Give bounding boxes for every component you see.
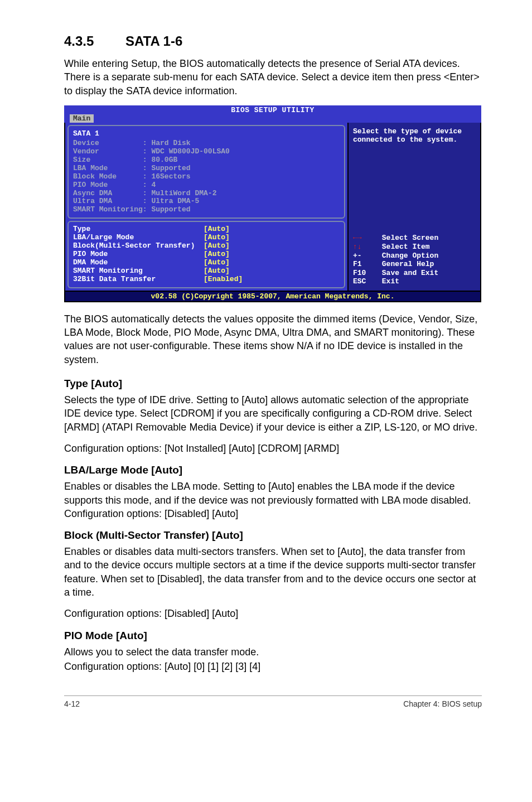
bios-config-panel: Type [Auto]LBA/Large Mode [Auto]Block(Mu… — [67, 221, 345, 288]
bios-legend-row: F1 General Help — [353, 260, 477, 269]
bios-help-panel: Select the type of device connected to t… — [347, 123, 480, 291]
bios-tabbar: Main — [64, 114, 481, 123]
subheading-pio: PIO Mode [Auto] — [64, 630, 482, 642]
bios-detected-row: SMART Monitoring: Supported — [73, 206, 340, 214]
bios-config-row: Block(Multi-Sector Transfer) [Auto] — [73, 242, 340, 250]
bios-panel-title: SATA 1 — [73, 129, 340, 138]
bios-screenshot: BIOS SETUP UTILITY Main SATA 1 Device : … — [64, 105, 481, 302]
bios-tab-main: Main — [70, 114, 94, 123]
bios-detected-row: LBA Mode : Supported — [73, 165, 340, 173]
bios-config-row: 32Bit Data Transfer [Enabled] — [73, 276, 340, 284]
section-number: 4.3.5 — [64, 33, 125, 49]
bios-detected-row: Async DMA : MultiWord DMA-2 — [73, 190, 340, 198]
bios-detected-row: Block Mode : 16Sectors — [73, 173, 340, 181]
bios-help-text: Select the type of device connected to t… — [353, 127, 477, 144]
bios-legend-row: ←→ Select Screen — [353, 234, 477, 243]
bios-config-row: Type [Auto] — [73, 225, 340, 234]
page-footer: 4-12 Chapter 4: BIOS setup — [64, 695, 482, 708]
bios-footer: v02.58 (C)Copyright 1985-2007, American … — [64, 292, 481, 302]
type-paragraph-1: Selects the type of IDE drive. Setting t… — [64, 393, 482, 434]
bios-legend-row: +- Change Option — [353, 252, 477, 260]
pio-paragraph-1: Allows you to select the data transfer m… — [64, 645, 482, 659]
section-title-text: SATA 1-6 — [125, 33, 182, 49]
bios-titlebar: BIOS SETUP UTILITY — [64, 105, 481, 114]
subheading-block: Block (Multi-Sector Transfer) [Auto] — [64, 529, 482, 542]
bios-config-row: SMART Monitoring [Auto] — [73, 267, 340, 276]
subheading-lba: LBA/Large Mode [Auto] — [64, 464, 482, 476]
bios-key-legend: ←→ Select Screen↑↓ Select Item+- Change … — [353, 234, 477, 286]
lba-paragraph: Enables or disables the LBA mode. Settin… — [64, 480, 482, 520]
bios-detected-row: Size : 80.0GB — [73, 156, 340, 165]
bios-legend-row: F10 Save and Exit — [353, 269, 477, 278]
bios-legend-row: ESC Exit — [353, 277, 477, 286]
chapter-label: Chapter 4: BIOS setup — [403, 699, 482, 708]
bios-detected-row: Vendor : WDC WD800JD-00LSA0 — [73, 148, 340, 156]
block-paragraph-2: Configuration options: [Disabled] [Auto] — [64, 607, 482, 620]
bios-config-row: DMA Mode [Auto] — [73, 259, 340, 267]
bios-legend-row: ↑↓ Select Item — [353, 243, 477, 252]
subheading-type: Type [Auto] — [64, 378, 482, 390]
intro-paragraph: While entering Setup, the BIOS automatic… — [64, 57, 482, 98]
bios-detected-row: Device : Hard Disk — [73, 139, 340, 148]
bios-config-row: LBA/Large Mode [Auto] — [73, 234, 340, 242]
bios-detected-panel: SATA 1 Device : Hard DiskVendor : WDC WD… — [67, 125, 345, 219]
pio-paragraph-2: Configuration options: [Auto] [0] [1] [2… — [64, 660, 482, 673]
bios-config-row: PIO Mode [Auto] — [73, 250, 340, 259]
after-bios-paragraph: The BIOS automatically detects the value… — [64, 312, 482, 366]
type-paragraph-2: Configuration options: [Not Installed] [… — [64, 442, 482, 455]
block-paragraph-1: Enables or disables data multi-sectors t… — [64, 545, 482, 599]
bios-detected-row: Ultra DMA : Ultra DMA-5 — [73, 197, 340, 206]
bios-detected-row: PIO Mode : 4 — [73, 181, 340, 190]
section-heading: 4.3.5SATA 1-6 — [64, 33, 482, 49]
page-number: 4-12 — [64, 699, 80, 708]
